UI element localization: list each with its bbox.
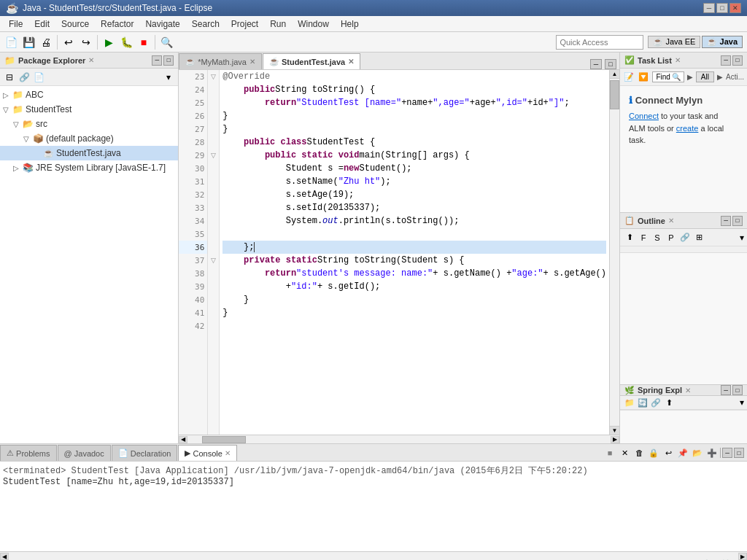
console-hscroll-left[interactable]: ◀: [0, 553, 9, 560]
tab-problems[interactable]: ⚠ Problems: [0, 445, 57, 461]
console-min-btn[interactable]: ─: [722, 448, 732, 458]
gutter-markers: ▽ ▽ ▽: [208, 70, 219, 332]
spring-btn4[interactable]: ⬆: [662, 396, 676, 409]
console-close-btn[interactable]: ✕: [618, 446, 631, 459]
task-max-btn[interactable]: □: [732, 55, 743, 66]
outline-controls: ─ □: [721, 216, 743, 226]
studenttest-arrow: ▽: [3, 106, 12, 114]
outline-sort-btn[interactable]: ⬆: [623, 231, 636, 244]
hscroll-right[interactable]: ▶: [611, 436, 619, 443]
console-tab-close[interactable]: ✕: [225, 449, 231, 457]
run-btn[interactable]: ▶: [101, 34, 117, 50]
find-btn[interactable]: Find 🔍: [652, 71, 684, 82]
console-max-btn[interactable]: □: [734, 448, 744, 458]
task-new-btn[interactable]: 📝: [623, 71, 635, 84]
editor-hscroll[interactable]: ◀ ▶: [179, 435, 619, 443]
task-min-btn[interactable]: ─: [721, 55, 731, 66]
menu-window[interactable]: Window: [292, 18, 335, 31]
search-toolbar-btn[interactable]: 🔍: [158, 34, 174, 50]
tree-item-src[interactable]: ▽ 📂 src: [0, 117, 178, 131]
menu-refactor[interactable]: Refactor: [95, 18, 139, 31]
save-btn[interactable]: 💾: [20, 34, 36, 50]
outline-hide-static-btn[interactable]: S: [651, 231, 664, 244]
spring-btn3[interactable]: 🔗: [649, 396, 662, 409]
menu-search[interactable]: Search: [186, 18, 225, 31]
tab-declaration[interactable]: 📄 Declaration: [112, 445, 178, 461]
tab-javadoc[interactable]: @ Javadoc: [58, 445, 111, 461]
console-stop-btn[interactable]: ■: [603, 446, 616, 459]
menu-source[interactable]: Source: [55, 18, 95, 31]
print-btn[interactable]: 🖨: [38, 34, 54, 50]
pkg-maximize-btn[interactable]: □: [163, 55, 174, 66]
hscroll-left[interactable]: ◀: [179, 436, 187, 443]
arrow-right2[interactable]: ▶: [717, 73, 723, 81]
tab-console[interactable]: ▶ Console ✕: [178, 445, 236, 461]
new-file-btn[interactable]: 📄: [32, 71, 45, 84]
tree-item-studenttest-project[interactable]: ▽ 📁 StudentTest: [0, 102, 178, 117]
create-link[interactable]: create: [676, 124, 699, 133]
src-icon: 📂: [22, 118, 34, 130]
tree-item-studenttest-java[interactable]: ☕ StudentTest.java: [0, 146, 178, 160]
quick-access-input[interactable]: [556, 35, 643, 50]
console-pin-btn[interactable]: 📌: [676, 446, 689, 459]
vscroll-thumb[interactable]: [610, 80, 619, 109]
undo-btn[interactable]: ↩: [61, 34, 77, 50]
connect-link[interactable]: Connect: [629, 112, 659, 120]
spring-menu-btn[interactable]: ▾: [740, 397, 744, 408]
new-btn[interactable]: 📄: [3, 34, 19, 50]
vscroll-up[interactable]: ▲: [610, 70, 619, 79]
stop-btn[interactable]: ■: [136, 34, 152, 50]
spring-btn2[interactable]: 🔄: [636, 396, 649, 409]
editor-minimize-btn[interactable]: ─: [590, 59, 602, 69]
perspective-java-ee[interactable]: ☕ Java EE: [648, 36, 700, 48]
menu-navigate[interactable]: Navigate: [139, 18, 185, 31]
outline-sync-btn[interactable]: 🔗: [678, 231, 692, 244]
outline-hide-nonpublic-btn[interactable]: P: [665, 231, 678, 244]
studenttest-tab-close[interactable]: ✕: [348, 58, 354, 66]
menu-edit[interactable]: Edit: [28, 18, 55, 31]
spring-btn1[interactable]: 📁: [623, 396, 636, 409]
redo-btn[interactable]: ↪: [78, 34, 94, 50]
spring-max-btn[interactable]: □: [732, 385, 743, 395]
editor-vscroll[interactable]: ▲ ▼: [609, 70, 619, 435]
maximize-btn[interactable]: □: [716, 3, 728, 13]
code-content[interactable]: @Override public String toString() { ret…: [220, 70, 609, 435]
outline-hide-fields-btn[interactable]: F: [637, 231, 650, 244]
tab-studenttest[interactable]: ☕ StudentTest.java ✕: [263, 53, 360, 69]
hscroll-thumb[interactable]: [202, 436, 246, 443]
tree-item-abc[interactable]: ▷ 📁 ABC: [0, 88, 178, 102]
menu-file[interactable]: File: [3, 18, 28, 31]
tree-item-jre[interactable]: ▷ 📚 JRE System Library [JavaSE-1.7]: [0, 160, 178, 175]
mymath-tab-close[interactable]: ✕: [249, 58, 255, 66]
all-btn[interactable]: All: [696, 71, 714, 82]
outline-max-btn[interactable]: □: [732, 216, 743, 226]
perspective-java[interactable]: ☕ Java: [702, 36, 743, 48]
arrow-right[interactable]: ▶: [687, 73, 693, 81]
outline-menu-btn[interactable]: ▾: [740, 233, 744, 243]
menu-help[interactable]: Help: [335, 18, 365, 31]
console-clear-btn[interactable]: 🗑: [632, 446, 646, 459]
javadoc-label: Javadoc: [74, 449, 104, 458]
editor-maximize-btn[interactable]: □: [605, 59, 616, 69]
link-editor-btn[interactable]: 🔗: [18, 71, 31, 84]
console-newconsole-btn[interactable]: ➕: [705, 446, 719, 459]
pkg-minimize-btn[interactable]: ─: [152, 55, 162, 66]
spring-min-btn[interactable]: ─: [721, 385, 731, 395]
tab-mymath[interactable]: ☕ *MyMath.java ✕: [179, 53, 262, 69]
vscroll-down[interactable]: ▼: [610, 426, 619, 435]
console-scroll-lock-btn[interactable]: 🔒: [647, 446, 660, 459]
console-word-wrap-btn[interactable]: ↩: [662, 446, 675, 459]
view-menu-btn[interactable]: ▾: [162, 71, 175, 84]
tree-item-default-pkg[interactable]: ▽ 📦 (default package): [0, 131, 178, 146]
minimize-btn[interactable]: ─: [703, 3, 715, 13]
collapse-all-btn[interactable]: ⊟: [3, 71, 16, 84]
outline-expand-btn[interactable]: ⊞: [692, 231, 705, 244]
task-filter-btn[interactable]: 🔽: [638, 71, 649, 84]
menu-project[interactable]: Project: [225, 18, 264, 31]
sep2: [97, 35, 98, 50]
close-btn[interactable]: ✕: [729, 3, 741, 13]
debug-btn[interactable]: 🐛: [118, 34, 134, 50]
outline-min-btn[interactable]: ─: [721, 216, 731, 226]
menu-run[interactable]: Run: [264, 18, 292, 31]
console-open-btn[interactable]: 📂: [691, 446, 704, 459]
